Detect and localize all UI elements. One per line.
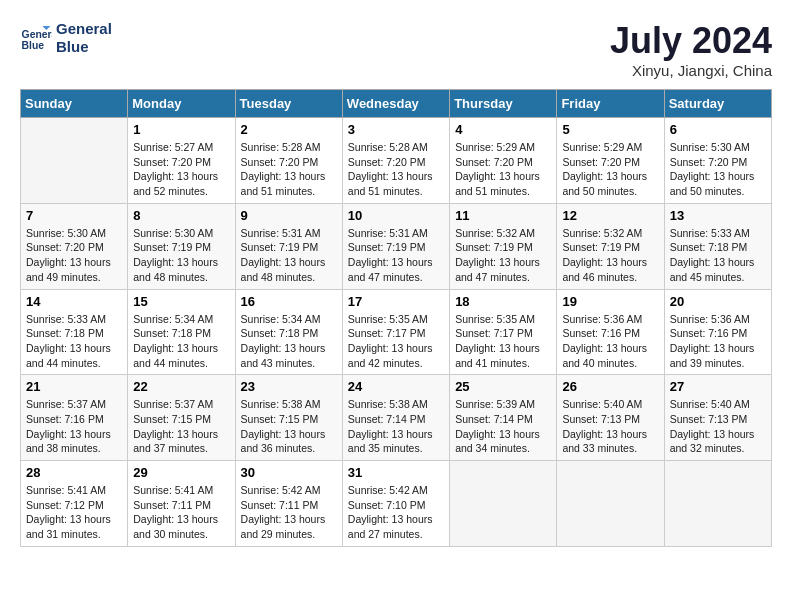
calendar-cell: 21Sunrise: 5:37 AM Sunset: 7:16 PM Dayli… xyxy=(21,375,128,461)
day-info: Sunrise: 5:37 AM Sunset: 7:15 PM Dayligh… xyxy=(133,397,229,456)
day-header-friday: Friday xyxy=(557,90,664,118)
day-info: Sunrise: 5:32 AM Sunset: 7:19 PM Dayligh… xyxy=(562,226,658,285)
day-info: Sunrise: 5:35 AM Sunset: 7:17 PM Dayligh… xyxy=(455,312,551,371)
day-info: Sunrise: 5:37 AM Sunset: 7:16 PM Dayligh… xyxy=(26,397,122,456)
day-info: Sunrise: 5:38 AM Sunset: 7:15 PM Dayligh… xyxy=(241,397,337,456)
day-number: 13 xyxy=(670,208,766,223)
day-number: 5 xyxy=(562,122,658,137)
day-info: Sunrise: 5:42 AM Sunset: 7:11 PM Dayligh… xyxy=(241,483,337,542)
day-info: Sunrise: 5:40 AM Sunset: 7:13 PM Dayligh… xyxy=(562,397,658,456)
calendar-cell: 31Sunrise: 5:42 AM Sunset: 7:10 PM Dayli… xyxy=(342,461,449,547)
day-info: Sunrise: 5:31 AM Sunset: 7:19 PM Dayligh… xyxy=(241,226,337,285)
month-title: July 2024 xyxy=(610,20,772,62)
day-number: 26 xyxy=(562,379,658,394)
calendar-cell: 5Sunrise: 5:29 AM Sunset: 7:20 PM Daylig… xyxy=(557,118,664,204)
day-number: 11 xyxy=(455,208,551,223)
calendar-cell xyxy=(21,118,128,204)
calendar-week-5: 28Sunrise: 5:41 AM Sunset: 7:12 PM Dayli… xyxy=(21,461,772,547)
page-header: General Blue General Blue July 2024 Xiny… xyxy=(20,20,772,79)
day-info: Sunrise: 5:35 AM Sunset: 7:17 PM Dayligh… xyxy=(348,312,444,371)
day-header-saturday: Saturday xyxy=(664,90,771,118)
calendar-cell: 27Sunrise: 5:40 AM Sunset: 7:13 PM Dayli… xyxy=(664,375,771,461)
calendar-cell: 2Sunrise: 5:28 AM Sunset: 7:20 PM Daylig… xyxy=(235,118,342,204)
day-info: Sunrise: 5:27 AM Sunset: 7:20 PM Dayligh… xyxy=(133,140,229,199)
calendar-week-1: 1Sunrise: 5:27 AM Sunset: 7:20 PM Daylig… xyxy=(21,118,772,204)
calendar-cell: 17Sunrise: 5:35 AM Sunset: 7:17 PM Dayli… xyxy=(342,289,449,375)
day-info: Sunrise: 5:41 AM Sunset: 7:11 PM Dayligh… xyxy=(133,483,229,542)
day-info: Sunrise: 5:30 AM Sunset: 7:20 PM Dayligh… xyxy=(26,226,122,285)
day-info: Sunrise: 5:41 AM Sunset: 7:12 PM Dayligh… xyxy=(26,483,122,542)
calendar-cell: 26Sunrise: 5:40 AM Sunset: 7:13 PM Dayli… xyxy=(557,375,664,461)
day-header-thursday: Thursday xyxy=(450,90,557,118)
day-info: Sunrise: 5:34 AM Sunset: 7:18 PM Dayligh… xyxy=(241,312,337,371)
day-number: 21 xyxy=(26,379,122,394)
day-header-sunday: Sunday xyxy=(21,90,128,118)
day-number: 6 xyxy=(670,122,766,137)
title-block: July 2024 Xinyu, Jiangxi, China xyxy=(610,20,772,79)
day-header-wednesday: Wednesday xyxy=(342,90,449,118)
calendar-cell xyxy=(557,461,664,547)
day-number: 8 xyxy=(133,208,229,223)
svg-text:General: General xyxy=(22,29,52,40)
day-info: Sunrise: 5:30 AM Sunset: 7:20 PM Dayligh… xyxy=(670,140,766,199)
day-info: Sunrise: 5:32 AM Sunset: 7:19 PM Dayligh… xyxy=(455,226,551,285)
calendar-cell: 10Sunrise: 5:31 AM Sunset: 7:19 PM Dayli… xyxy=(342,203,449,289)
day-number: 4 xyxy=(455,122,551,137)
day-number: 14 xyxy=(26,294,122,309)
day-number: 28 xyxy=(26,465,122,480)
calendar-cell: 25Sunrise: 5:39 AM Sunset: 7:14 PM Dayli… xyxy=(450,375,557,461)
logo-line2: Blue xyxy=(56,38,112,56)
day-info: Sunrise: 5:29 AM Sunset: 7:20 PM Dayligh… xyxy=(455,140,551,199)
day-number: 7 xyxy=(26,208,122,223)
logo-line1: General xyxy=(56,20,112,38)
day-number: 22 xyxy=(133,379,229,394)
calendar-table: SundayMondayTuesdayWednesdayThursdayFrid… xyxy=(20,89,772,547)
calendar-cell: 28Sunrise: 5:41 AM Sunset: 7:12 PM Dayli… xyxy=(21,461,128,547)
calendar-cell: 8Sunrise: 5:30 AM Sunset: 7:19 PM Daylig… xyxy=(128,203,235,289)
calendar-cell: 18Sunrise: 5:35 AM Sunset: 7:17 PM Dayli… xyxy=(450,289,557,375)
calendar-body: 1Sunrise: 5:27 AM Sunset: 7:20 PM Daylig… xyxy=(21,118,772,547)
day-number: 19 xyxy=(562,294,658,309)
day-info: Sunrise: 5:36 AM Sunset: 7:16 PM Dayligh… xyxy=(562,312,658,371)
day-info: Sunrise: 5:33 AM Sunset: 7:18 PM Dayligh… xyxy=(670,226,766,285)
day-number: 24 xyxy=(348,379,444,394)
calendar-cell: 7Sunrise: 5:30 AM Sunset: 7:20 PM Daylig… xyxy=(21,203,128,289)
calendar-cell: 24Sunrise: 5:38 AM Sunset: 7:14 PM Dayli… xyxy=(342,375,449,461)
calendar-cell xyxy=(450,461,557,547)
day-info: Sunrise: 5:34 AM Sunset: 7:18 PM Dayligh… xyxy=(133,312,229,371)
day-number: 9 xyxy=(241,208,337,223)
calendar-cell: 20Sunrise: 5:36 AM Sunset: 7:16 PM Dayli… xyxy=(664,289,771,375)
day-number: 10 xyxy=(348,208,444,223)
day-info: Sunrise: 5:40 AM Sunset: 7:13 PM Dayligh… xyxy=(670,397,766,456)
calendar-cell: 30Sunrise: 5:42 AM Sunset: 7:11 PM Dayli… xyxy=(235,461,342,547)
day-info: Sunrise: 5:31 AM Sunset: 7:19 PM Dayligh… xyxy=(348,226,444,285)
logo-icon: General Blue xyxy=(20,22,52,54)
calendar-cell: 29Sunrise: 5:41 AM Sunset: 7:11 PM Dayli… xyxy=(128,461,235,547)
day-info: Sunrise: 5:28 AM Sunset: 7:20 PM Dayligh… xyxy=(348,140,444,199)
day-number: 20 xyxy=(670,294,766,309)
day-number: 17 xyxy=(348,294,444,309)
calendar-cell: 6Sunrise: 5:30 AM Sunset: 7:20 PM Daylig… xyxy=(664,118,771,204)
day-info: Sunrise: 5:29 AM Sunset: 7:20 PM Dayligh… xyxy=(562,140,658,199)
day-number: 23 xyxy=(241,379,337,394)
day-number: 30 xyxy=(241,465,337,480)
day-info: Sunrise: 5:42 AM Sunset: 7:10 PM Dayligh… xyxy=(348,483,444,542)
day-number: 31 xyxy=(348,465,444,480)
calendar-cell: 3Sunrise: 5:28 AM Sunset: 7:20 PM Daylig… xyxy=(342,118,449,204)
calendar-cell: 14Sunrise: 5:33 AM Sunset: 7:18 PM Dayli… xyxy=(21,289,128,375)
day-header-monday: Monday xyxy=(128,90,235,118)
day-info: Sunrise: 5:33 AM Sunset: 7:18 PM Dayligh… xyxy=(26,312,122,371)
calendar-week-3: 14Sunrise: 5:33 AM Sunset: 7:18 PM Dayli… xyxy=(21,289,772,375)
calendar-week-2: 7Sunrise: 5:30 AM Sunset: 7:20 PM Daylig… xyxy=(21,203,772,289)
calendar-cell: 9Sunrise: 5:31 AM Sunset: 7:19 PM Daylig… xyxy=(235,203,342,289)
calendar-cell: 13Sunrise: 5:33 AM Sunset: 7:18 PM Dayli… xyxy=(664,203,771,289)
day-number: 15 xyxy=(133,294,229,309)
calendar-cell: 16Sunrise: 5:34 AM Sunset: 7:18 PM Dayli… xyxy=(235,289,342,375)
location-subtitle: Xinyu, Jiangxi, China xyxy=(610,62,772,79)
calendar-week-4: 21Sunrise: 5:37 AM Sunset: 7:16 PM Dayli… xyxy=(21,375,772,461)
svg-text:Blue: Blue xyxy=(22,40,45,51)
day-info: Sunrise: 5:28 AM Sunset: 7:20 PM Dayligh… xyxy=(241,140,337,199)
logo: General Blue General Blue xyxy=(20,20,112,56)
calendar-cell: 11Sunrise: 5:32 AM Sunset: 7:19 PM Dayli… xyxy=(450,203,557,289)
day-number: 3 xyxy=(348,122,444,137)
